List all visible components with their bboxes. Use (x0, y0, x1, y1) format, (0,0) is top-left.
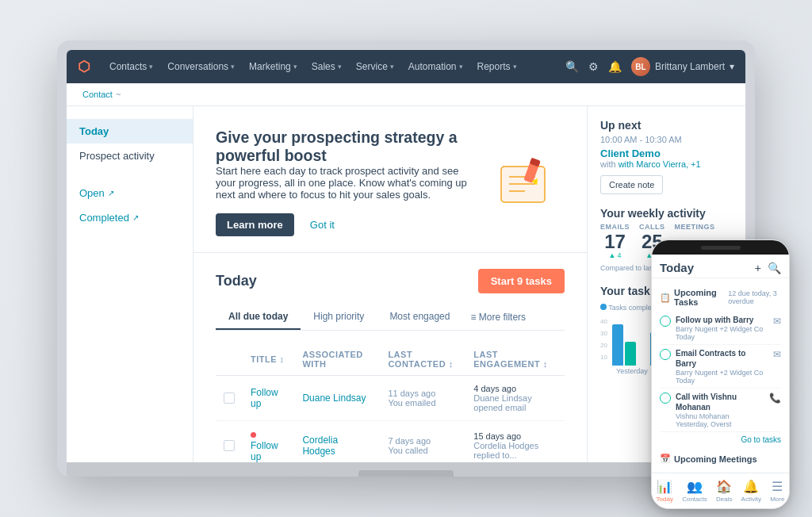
sidebar-link-completed[interactable]: Completed ↗ (67, 205, 193, 230)
filter-high-priority[interactable]: High priority (301, 304, 377, 330)
learn-more-button[interactable]: Learn more (216, 213, 294, 236)
row-last-engagement-0: 4 days ago Duane Lindsay opened email (465, 376, 565, 421)
phone-header: Today + 🔍 (652, 255, 789, 278)
phone-notch (652, 240, 789, 255)
table-row: Follow up Cordelia Hodges 7 days ago You… (216, 421, 565, 463)
today-header: Today Start 9 tasks (216, 269, 565, 293)
phone-bottom-nav: 📊 Today 👥 Contacts 🏠 Deals 🔔 Activity ☰ … (652, 473, 789, 508)
sidebar-item-today[interactable]: Today (67, 119, 193, 144)
phone-task-checkbox-2[interactable] (660, 349, 671, 360)
phone-notch-pill (701, 246, 741, 250)
row-checkbox-1 (216, 421, 243, 463)
nav-sales[interactable]: Sales ▾ (305, 58, 348, 75)
chart-yaxis: 40 30 20 10 (600, 318, 607, 366)
phone-nav-deals[interactable]: 🏠 Deals (716, 479, 732, 503)
nav-marketing[interactable]: Marketing ▾ (243, 58, 304, 75)
nav-contacts[interactable]: Contacts ▾ (103, 58, 159, 75)
phone-task-action-1: ✉ (773, 315, 781, 327)
stat-meetings-label: MEETINGS (675, 223, 715, 231)
got-it-button[interactable]: Got it (302, 213, 343, 236)
phone-nav-more[interactable]: ☰ More (770, 479, 784, 503)
more-nav-icon: ☰ (772, 479, 783, 494)
phone-task-item-1[interactable]: Follow up with Barry Barry Nugent +2 Wid… (660, 312, 781, 345)
breadcrumb-link[interactable]: Contact (82, 90, 113, 99)
phone-task-details-2: Email Contracts to Barry Barry Nugent +2… (676, 348, 768, 385)
phone-nav-activity[interactable]: 🔔 Activity (741, 479, 761, 503)
settings-icon[interactable]: ⚙ (588, 60, 599, 73)
row-title-0: Follow up (243, 376, 294, 421)
main-content: Today Prospect activity Open ↗ Completed… (67, 106, 745, 462)
phone-search-icon[interactable]: 🔍 (768, 262, 781, 274)
stat-emails: EMAILS 17 ▲ 4 (600, 223, 630, 259)
center-panel: Give your prospecting strategy a powerfu… (193, 106, 587, 462)
nav-conversations[interactable]: Conversations ▾ (161, 58, 241, 75)
chevron-down-icon: ▾ (390, 63, 394, 71)
phone-goto-tasks[interactable]: Go to tasks (660, 432, 781, 449)
phone-overlay: Today + 🔍 📋 Upcoming Tasks 12 due today,… (651, 239, 790, 509)
row-last-contacted-1: 7 days ago You called (380, 421, 465, 463)
phone-task-item-2[interactable]: Email Contracts to Barry Barry Nugent +2… (660, 345, 781, 389)
laptop-wrapper: ⬡ Contacts ▾ Conversations ▾ Marketing ▾ (0, 0, 812, 517)
phone-task-item-3[interactable]: Call with Vishnu Mohanan Vishnu Mohanan … (660, 389, 781, 432)
phone-upcoming-tasks-header: 📋 Upcoming Tasks 12 due today, 3 overdue (660, 288, 781, 307)
contacts-nav-icon: 👥 (687, 479, 703, 494)
contact-link-0[interactable]: Duane Lindsay (302, 393, 366, 404)
phone-task-checkbox-1[interactable] (660, 316, 671, 327)
phone-add-icon[interactable]: + (755, 262, 761, 274)
phone-icon: 📞 (769, 393, 781, 404)
chevron-down-icon: ▾ (730, 61, 734, 72)
external-link-icon: ↗ (132, 213, 139, 222)
filter-more-filters[interactable]: ≡ More filters (462, 305, 534, 329)
phone-nav-contacts[interactable]: 👥 Contacts (682, 479, 707, 503)
activity-nav-icon: 🔔 (743, 479, 759, 494)
phone-title: Today (660, 261, 694, 274)
up-next-meeting[interactable]: Client Demo (600, 147, 733, 159)
laptop-outer: ⬡ Contacts ▾ Conversations ▾ Marketing ▾ (57, 40, 755, 477)
phone-nav-today[interactable]: 📊 Today (657, 479, 673, 503)
search-icon[interactable]: 🔍 (565, 60, 579, 73)
legend-dot-completed (600, 304, 607, 310)
phone-task-action-3: 📞 (769, 392, 781, 404)
phone-upcoming-meetings-header: 📅 Upcoming Meetings (660, 454, 781, 464)
col-last-contacted: LAST CONTACTED ↕ (380, 343, 465, 376)
nav-service[interactable]: Service ▾ (350, 58, 400, 75)
checkbox-0[interactable] (224, 393, 235, 404)
create-note-button[interactable]: Create note (600, 175, 663, 194)
stat-emails-delta: ▲ 4 (600, 251, 630, 259)
up-next-title: Up next (600, 119, 733, 132)
contact-link-1[interactable]: Cordelia Hodges (302, 435, 338, 457)
today-section: Today Start 9 tasks All due today High p… (193, 253, 587, 462)
nav-items: Contacts ▾ Conversations ▾ Marketing ▾ S… (103, 58, 565, 75)
checkbox-1[interactable] (224, 440, 235, 451)
deals-nav-icon: 🏠 (716, 479, 732, 494)
chevron-down-icon: ▾ (231, 63, 235, 71)
user-menu[interactable]: BL Brittany Lambert ▾ (631, 57, 734, 76)
row-checkbox-0 (216, 376, 243, 421)
email-icon: ✉ (773, 316, 781, 327)
laptop-base (67, 462, 745, 477)
nav-reports[interactable]: Reports ▾ (471, 58, 523, 75)
meetings-icon: 📅 (660, 454, 671, 464)
bar-yesterday-completed (612, 324, 623, 366)
col-checkbox (216, 343, 243, 376)
avatar: BL (631, 57, 650, 76)
sidebar-item-prospect-activity[interactable]: Prospect activity (67, 144, 193, 168)
notifications-icon[interactable]: 🔔 (608, 60, 622, 73)
start-tasks-button[interactable]: Start 9 tasks (478, 269, 565, 293)
topnav-right: 🔍 ⚙ 🔔 BL Brittany Lambert ▾ (565, 57, 734, 76)
hero-section: Give your prospecting strategy a powerfu… (193, 106, 587, 253)
task-title-link-1[interactable]: Follow up (251, 440, 278, 462)
hero-description: Start here each day to track prospect ac… (216, 165, 469, 201)
nav-automation[interactable]: Automation ▾ (402, 58, 469, 75)
sidebar-link-open[interactable]: Open ↗ (67, 181, 193, 205)
stat-emails-value: 17 (600, 232, 630, 251)
up-next-contact-link[interactable]: with Marco Vierra, +1 (619, 159, 701, 169)
phone-task-action-2: ✉ (773, 348, 781, 360)
top-navigation: ⬡ Contacts ▾ Conversations ▾ Marketing ▾ (67, 50, 745, 83)
task-title-link-0[interactable]: Follow up (251, 387, 278, 409)
filter-most-engaged[interactable]: Most engaged (377, 304, 462, 330)
phone-task-checkbox-3[interactable] (660, 393, 671, 404)
filter-all-due-today[interactable]: All due today (216, 304, 301, 330)
bar-group-yesterday (612, 324, 636, 366)
row-title-1: Follow up (243, 421, 294, 463)
